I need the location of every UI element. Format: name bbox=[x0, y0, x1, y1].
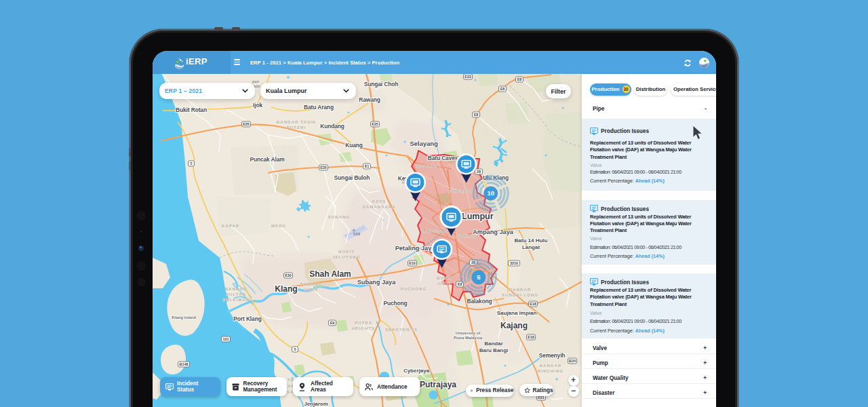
svg-text:✈: ✈ bbox=[352, 228, 356, 233]
svg-text:JALIL: JALIL bbox=[437, 282, 452, 286]
svg-text:E8: E8 bbox=[500, 87, 505, 91]
svg-text:BANDAR: BANDAR bbox=[540, 364, 562, 368]
svg-text:BUKIT: BUKIT bbox=[437, 276, 453, 280]
svg-text:Shah Alam: Shah Alam bbox=[309, 269, 351, 279]
svg-text:Klang Island: Klang Island bbox=[172, 315, 196, 319]
svg-text:Selayang: Selayang bbox=[410, 140, 438, 147]
svg-text:5: 5 bbox=[294, 347, 296, 351]
svg-text:SEKSYEN 15: SEKSYEN 15 bbox=[385, 328, 418, 332]
svg-text:BANDAR: BANDAR bbox=[509, 288, 532, 292]
svg-text:JELUTONG: JELUTONG bbox=[332, 255, 360, 259]
svg-text:Ampang Jaya: Ampang Jaya bbox=[473, 229, 514, 235]
svg-text:B148: B148 bbox=[180, 362, 189, 366]
svg-text:Kajang: Kajang bbox=[500, 321, 528, 330]
svg-text:10: 10 bbox=[487, 189, 494, 197]
svg-text:Sungai Buloh: Sungai Buloh bbox=[334, 174, 370, 181]
svg-text:Klang: Klang bbox=[275, 284, 297, 294]
svg-text:E21: E21 bbox=[538, 395, 545, 400]
svg-text:BANGSAR: BANGSAR bbox=[421, 229, 447, 233]
svg-text:Kundang: Kundang bbox=[320, 123, 344, 130]
svg-text:PUTERI: PUTERI bbox=[287, 125, 307, 130]
svg-text:SULTAN: SULTAN bbox=[226, 292, 246, 296]
svg-text:B34: B34 bbox=[569, 359, 576, 363]
svg-text:Port Klang: Port Klang bbox=[233, 315, 261, 322]
svg-text:Rawang: Rawang bbox=[359, 96, 380, 103]
svg-text:28: 28 bbox=[477, 170, 481, 174]
svg-text:E25: E25 bbox=[372, 122, 378, 126]
svg-text:E1: E1 bbox=[365, 164, 370, 168]
svg-text:PADANG: PADANG bbox=[300, 282, 322, 286]
svg-text:E18: E18 bbox=[528, 335, 534, 339]
svg-text:Putrajaya: Putrajaya bbox=[420, 380, 456, 389]
svg-text:E35: E35 bbox=[320, 166, 327, 170]
svg-text:University of: University of bbox=[456, 331, 481, 335]
svg-text:Saujana Impian: Saujana Impian bbox=[497, 310, 537, 316]
svg-text:SUBANG: SUBANG bbox=[328, 215, 351, 219]
svg-text:Batu 14 Hulu: Batu 14 Hulu bbox=[515, 237, 548, 244]
svg-text:Kuang: Kuang bbox=[345, 142, 363, 149]
svg-text:SETAPAK: SETAPAK bbox=[450, 189, 473, 193]
svg-text:E33: E33 bbox=[465, 75, 471, 79]
svg-text:Lumpur: Lumpur bbox=[462, 212, 494, 221]
svg-text:Petaling Jaya: Petaling Jaya bbox=[395, 245, 436, 252]
svg-text:E8: E8 bbox=[474, 113, 479, 117]
svg-text:Sungai Choh: Sungai Choh bbox=[364, 81, 399, 88]
svg-text:5: 5 bbox=[477, 273, 481, 281]
svg-text:DAMANSARA: DAMANSARA bbox=[362, 205, 395, 209]
svg-text:BANDAR: BANDAR bbox=[225, 287, 248, 291]
svg-text:Ijok: Ijok bbox=[253, 102, 262, 109]
svg-text:PUCHONG: PUCHONG bbox=[401, 287, 427, 291]
svg-text:Batu Caves: Batu Caves bbox=[428, 155, 458, 161]
svg-text:Semenyih: Semenyih bbox=[539, 352, 566, 359]
svg-text:Putra Malaysia: Putra Malaysia bbox=[454, 336, 483, 340]
svg-text:Puncak Alam: Puncak Alam bbox=[250, 156, 284, 163]
svg-text:Puchong: Puchong bbox=[383, 300, 407, 307]
svg-text:3210: 3210 bbox=[510, 261, 518, 265]
svg-text:Balakong: Balakong bbox=[467, 298, 492, 305]
svg-text:Cyberjaya: Cyberjaya bbox=[403, 368, 430, 374]
svg-text:101: 101 bbox=[223, 337, 229, 341]
svg-text:E9: E9 bbox=[330, 321, 335, 325]
svg-text:Baru Bangi: Baru Bangi bbox=[479, 347, 509, 353]
svg-text:RINCHING: RINCHING bbox=[538, 369, 564, 373]
svg-text:BUKIT: BUKIT bbox=[338, 250, 355, 254]
svg-text:BANDAR TASIK: BANDAR TASIK bbox=[277, 120, 316, 124]
svg-text:KOTA: KOTA bbox=[372, 199, 387, 204]
svg-text:Subang Jaya: Subang Jaya bbox=[357, 279, 397, 286]
svg-text:MERU: MERU bbox=[271, 224, 286, 228]
svg-text:KAPAR: KAPAR bbox=[222, 224, 239, 228]
svg-text:Bandar: Bandar bbox=[484, 341, 503, 347]
svg-text:SUNGAI LONG: SUNGAI LONG bbox=[502, 293, 538, 297]
svg-text:Batu Arang: Batu Arang bbox=[304, 104, 334, 111]
svg-text:5: 5 bbox=[191, 161, 193, 166]
svg-text:E10: E10 bbox=[409, 261, 416, 265]
svg-text:pun: pun bbox=[252, 79, 260, 83]
svg-text:Langat: Langat bbox=[522, 244, 540, 250]
svg-text:E8: E8 bbox=[517, 77, 522, 81]
svg-text:E30: E30 bbox=[285, 273, 292, 277]
svg-text:UNJANG: UNJANG bbox=[416, 164, 437, 168]
svg-text:PUTRA: PUTRA bbox=[355, 321, 372, 325]
svg-text:E25: E25 bbox=[243, 122, 250, 126]
svg-text:Jenjarom: Jenjarom bbox=[304, 401, 328, 407]
svg-text:SULEIMAN: SULEIMAN bbox=[222, 298, 250, 302]
svg-text:JAWA: JAWA bbox=[304, 288, 318, 292]
svg-text:HEIGHTS: HEIGHTS bbox=[352, 326, 375, 330]
svg-text:Bukit Rotan: Bukit Rotan bbox=[176, 106, 207, 113]
svg-text:E18: E18 bbox=[530, 302, 536, 306]
